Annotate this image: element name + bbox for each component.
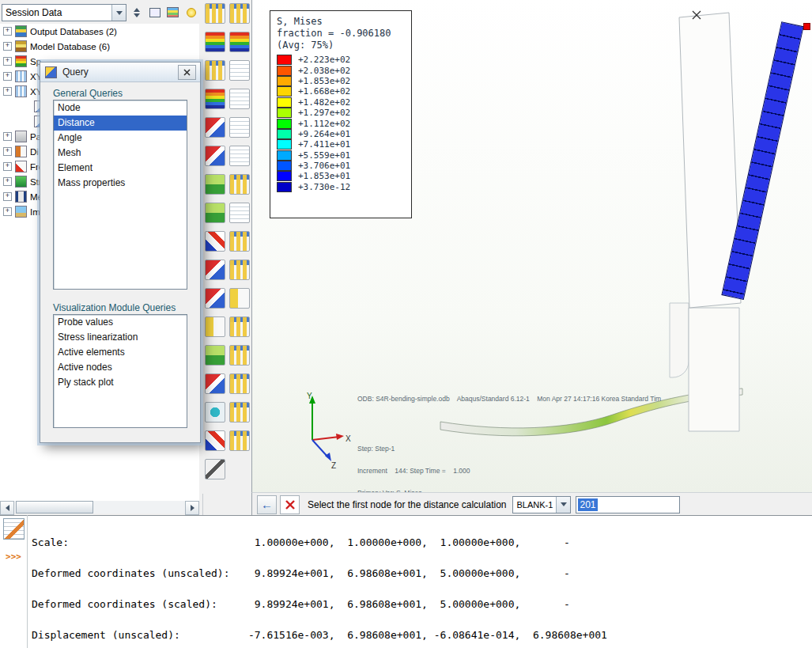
result-options-icon[interactable]: [229, 89, 250, 109]
animate-harmonic-icon[interactable]: [229, 203, 250, 223]
close-button[interactable]: [178, 65, 196, 80]
report-field-icon[interactable]: [205, 316, 225, 337]
tree-item-output-databases[interactable]: + Output Databases (2): [0, 24, 199, 39]
viz-queries-label: Visualization Module Queries: [53, 302, 176, 313]
query-item-active-nodes[interactable]: Active nodes: [54, 360, 187, 375]
color-palette-icon[interactable]: [205, 89, 225, 109]
field-output-table-icon[interactable]: [205, 60, 225, 81]
matrix-display-icon[interactable]: [205, 260, 225, 280]
increment-line: Increment 144: Step Time = 1.000: [357, 468, 529, 475]
message-area-tab-icon[interactable]: [3, 518, 25, 540]
expand-plus-icon[interactable]: +: [3, 27, 12, 36]
query-item-angle[interactable]: Angle: [54, 131, 187, 146]
scroll-right-icon[interactable]: [185, 501, 199, 515]
view-cut-icon[interactable]: [205, 402, 225, 423]
color-swatch: [277, 97, 292, 108]
query-item-mass-properties[interactable]: Mass properties: [54, 176, 187, 191]
legend-avg: (Avg: 75%): [277, 40, 405, 51]
color-swatch: [277, 171, 292, 181]
cycle-updown-button[interactable]: [127, 3, 145, 21]
expand-plus-icon[interactable]: +: [3, 87, 12, 96]
prompt-bar: ← Select the first node for the distance…: [251, 492, 812, 516]
section-list-icon[interactable]: [229, 60, 250, 81]
orientation-options-icon[interactable]: [229, 146, 250, 166]
color-swatch: [277, 161, 292, 171]
query-item-distance[interactable]: Distance: [54, 116, 187, 131]
activate-elements-icon[interactable]: [205, 430, 225, 451]
expand-plus-icon[interactable]: +: [3, 42, 12, 51]
spectrum-list-icon[interactable]: [229, 32, 250, 52]
symbol-plot-icon[interactable]: [205, 117, 225, 138]
path-plot-icon[interactable]: [205, 288, 225, 309]
curve-operations-icon[interactable]: [229, 288, 250, 309]
query-dialog-icon: [45, 66, 57, 78]
probe-values-icon[interactable]: [205, 459, 225, 479]
message-line: Deformed coordinates (unscaled): 9.89924…: [32, 568, 810, 578]
spectrum-stack-icon[interactable]: [205, 32, 225, 52]
animate-scale-factor-icon[interactable]: [205, 174, 225, 195]
expand-plus-icon[interactable]: +: [3, 132, 12, 141]
color-swatch: [277, 76, 292, 86]
contour-options-icon[interactable]: [229, 3, 250, 24]
viz-queries-list[interactable]: Probe values Stress linearization Active…: [53, 314, 187, 428]
expand-plus-icon[interactable]: +: [3, 162, 12, 171]
chevron-down-icon[interactable]: [556, 497, 570, 513]
command-line-tab-icon[interactable]: >>>: [3, 550, 24, 564]
x-axis-arrow-icon: [336, 434, 344, 440]
chevron-down-icon[interactable]: [111, 5, 126, 21]
query-item-node[interactable]: Node: [54, 100, 187, 116]
general-queries-list[interactable]: Node Distance Angle Mesh Element Mass pr…: [53, 100, 187, 290]
color-swatch: [277, 55, 292, 65]
animate-time-history-icon[interactable]: [205, 203, 225, 223]
color-swatch: [277, 86, 292, 97]
material-orientation-icon[interactable]: [205, 146, 225, 166]
primary-var-line: Primary Var: S, Mises: [357, 490, 529, 492]
animation-options-icon[interactable]: [229, 174, 250, 195]
overlay-layers-button[interactable]: [164, 3, 182, 21]
expand-plus-icon[interactable]: +: [3, 207, 12, 216]
arrow-down-icon: [134, 13, 140, 17]
ply-stack-plot-icon[interactable]: [205, 373, 225, 394]
node-id-input[interactable]: 201: [576, 496, 680, 513]
dialog-titlebar[interactable]: Query: [40, 63, 200, 82]
image-icon: [15, 206, 27, 218]
promote-frame-button[interactable]: [145, 3, 164, 21]
color-swatch: [277, 119, 292, 129]
previous-step-button[interactable]: ←: [257, 495, 277, 514]
legend-fraction: fraction = -0.906180: [277, 28, 405, 40]
tree-root-combobox-value: Session Data: [2, 7, 111, 18]
symbol-options-icon[interactable]: [229, 117, 250, 138]
message-area-text[interactable]: Scale: 1.00000e+000, 1.00000e+000, 1.000…: [32, 517, 810, 646]
xy-from-nodes-icon[interactable]: [205, 231, 225, 252]
expand-plus-icon[interactable]: +: [3, 72, 12, 81]
tree-horizontal-scrollbar[interactable]: [0, 501, 199, 513]
query-item-element[interactable]: Element: [54, 161, 187, 176]
activate-nodes-icon[interactable]: [229, 430, 250, 451]
instance-combobox-value: BLANK-1: [513, 500, 556, 510]
query-item-ply-stack-plot[interactable]: Ply stack plot: [54, 375, 187, 390]
ply-table-icon[interactable]: [229, 373, 250, 394]
scroll-left-icon[interactable]: [0, 501, 14, 515]
linearization-table-icon[interactable]: [229, 345, 250, 366]
tips-button[interactable]: [182, 3, 200, 21]
tree-root-combobox[interactable]: Session Data: [2, 4, 127, 21]
query-item-mesh[interactable]: Mesh: [54, 146, 187, 161]
expand-plus-icon[interactable]: +: [3, 147, 12, 156]
view-cut-options-icon[interactable]: [229, 402, 250, 423]
plot-contours-icon[interactable]: [205, 3, 225, 24]
report-table-icon[interactable]: [229, 316, 250, 337]
expand-plus-icon[interactable]: +: [3, 177, 12, 186]
query-item-active-elements[interactable]: Active elements: [54, 345, 187, 360]
cancel-procedure-button[interactable]: [280, 495, 300, 514]
query-item-stress-linearization[interactable]: Stress linearization: [54, 330, 187, 345]
scrollbar-thumb[interactable]: [16, 501, 93, 513]
tree-item-model-database[interactable]: + Model Database (6): [0, 39, 199, 54]
expand-plus-icon[interactable]: +: [3, 192, 12, 201]
xy-table-icon[interactable]: [229, 231, 250, 252]
viewport[interactable]: S, Mises fraction = -0.906180 (Avg: 75%)…: [251, 0, 812, 492]
instance-combobox[interactable]: BLANK-1: [512, 496, 571, 513]
query-item-probe-values[interactable]: Probe values: [54, 315, 187, 330]
stress-linearization-icon[interactable]: [205, 345, 225, 366]
matrix-table-icon[interactable]: [229, 260, 250, 280]
expand-plus-icon[interactable]: +: [3, 57, 12, 66]
